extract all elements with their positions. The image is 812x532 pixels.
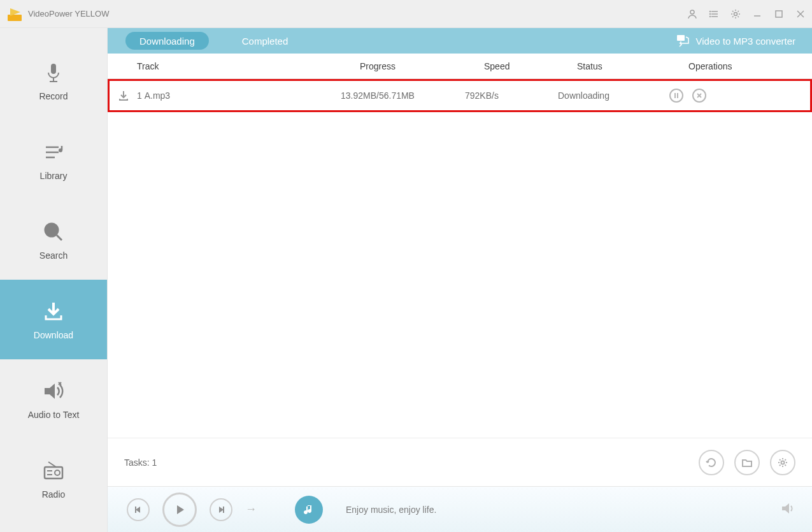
- task-list-icon[interactable]: [709, 9, 719, 19]
- convert-icon: [676, 33, 690, 49]
- svg-rect-30: [677, 35, 685, 41]
- track-name: A.mp3: [145, 90, 170, 101]
- download-item-icon: [118, 90, 129, 101]
- cancel-button[interactable]: [692, 89, 706, 103]
- svg-point-9: [734, 12, 737, 15]
- sidebar-item-audio-to-text[interactable]: Audio to Text: [0, 359, 107, 439]
- column-status: Status: [577, 61, 688, 71]
- radio-icon: [41, 459, 66, 483]
- tab-downloading[interactable]: Downloading: [125, 32, 209, 50]
- tasks-count: Tasks: 1: [124, 457, 699, 468]
- sidebar-item-record[interactable]: Record: [0, 41, 107, 120]
- column-progress: Progress: [360, 61, 484, 71]
- status-bar: Tasks: 1: [108, 438, 812, 486]
- download-icon: [41, 299, 66, 324]
- settings-gear-icon[interactable]: [730, 9, 741, 19]
- sidebar-item-label: Download: [34, 330, 73, 340]
- refresh-button[interactable]: [699, 450, 724, 475]
- svg-line-23: [57, 235, 62, 240]
- main-panel: Downloading Completed Video to MP3 conve…: [108, 28, 812, 532]
- svg-point-2: [690, 10, 694, 14]
- close-button[interactable]: [795, 9, 806, 19]
- speaker-icon: [41, 379, 66, 403]
- svg-point-7: [710, 13, 711, 14]
- svg-marker-41: [782, 503, 789, 514]
- svg-marker-24: [45, 384, 55, 399]
- svg-rect-0: [8, 15, 22, 21]
- svg-point-8: [710, 16, 711, 17]
- app-title: VideoPower YELLOW: [28, 9, 687, 18]
- sidebar-item-label: Search: [39, 250, 68, 261]
- svg-marker-39: [219, 507, 224, 513]
- maximize-button[interactable]: [774, 9, 784, 19]
- track-index: 1: [137, 90, 142, 101]
- repeat-mode-icon[interactable]: →: [245, 503, 257, 516]
- column-speed: Speed: [484, 61, 577, 71]
- sidebar-item-label: Library: [40, 171, 68, 181]
- player-bar: → Enjoy music, enjoy life.: [108, 486, 812, 532]
- previous-button[interactable]: [127, 498, 150, 521]
- now-playing-text: Enjoy music, enjoy life.: [346, 505, 767, 515]
- svg-rect-37: [135, 507, 136, 513]
- column-track: Track: [137, 61, 360, 71]
- title-bar: VideoPower YELLOW: [0, 0, 812, 28]
- sidebar: Record Library Search Download Audio to …: [0, 28, 108, 532]
- sidebar-item-label: Record: [39, 91, 68, 101]
- next-button[interactable]: [210, 498, 232, 521]
- track-status: Downloading: [558, 90, 669, 101]
- search-icon: [41, 220, 66, 244]
- svg-marker-36: [136, 507, 140, 513]
- column-operations: Operations: [688, 61, 812, 71]
- table-header: Track Progress Speed Status Operations: [108, 54, 812, 79]
- svg-rect-14: [51, 64, 56, 74]
- minimize-button[interactable]: [752, 9, 762, 19]
- sidebar-item-search[interactable]: Search: [0, 200, 107, 280]
- sidebar-item-library[interactable]: Library: [0, 120, 107, 200]
- volume-button[interactable]: [780, 501, 795, 519]
- library-icon: [41, 140, 66, 164]
- sidebar-item-radio[interactable]: Radio: [0, 439, 107, 519]
- open-folder-button[interactable]: [734, 450, 760, 475]
- svg-point-26: [55, 470, 60, 475]
- svg-rect-40: [223, 507, 224, 513]
- app-logo: [6, 6, 23, 22]
- track-progress: 13.92MB/56.71MB: [341, 90, 465, 101]
- microphone-icon: [41, 61, 66, 85]
- pause-button[interactable]: [669, 89, 683, 103]
- track-speed: 792KB/s: [465, 90, 558, 101]
- svg-point-22: [45, 224, 58, 236]
- now-playing-icon: [295, 496, 323, 524]
- top-tab-bar: Downloading Completed Video to MP3 conve…: [108, 28, 812, 54]
- sidebar-item-download[interactable]: Download: [0, 280, 107, 359]
- download-list: 1 A.mp3 13.92MB/56.71MB 792KB/s Download…: [108, 79, 812, 438]
- sidebar-item-label: Audio to Text: [28, 410, 80, 420]
- download-settings-button[interactable]: [770, 450, 795, 475]
- svg-point-6: [710, 11, 711, 11]
- svg-marker-38: [177, 505, 184, 514]
- svg-rect-11: [776, 11, 782, 17]
- account-icon[interactable]: [687, 9, 697, 19]
- table-row[interactable]: 1 A.mp3 13.92MB/56.71MB 792KB/s Download…: [108, 79, 812, 112]
- converter-label: Video to MP3 converter: [696, 36, 795, 47]
- play-button[interactable]: [162, 492, 197, 527]
- svg-point-35: [781, 461, 785, 464]
- tab-completed[interactable]: Completed: [228, 32, 303, 50]
- sidebar-item-label: Radio: [42, 489, 66, 500]
- video-to-mp3-converter-button[interactable]: Video to MP3 converter: [676, 33, 812, 49]
